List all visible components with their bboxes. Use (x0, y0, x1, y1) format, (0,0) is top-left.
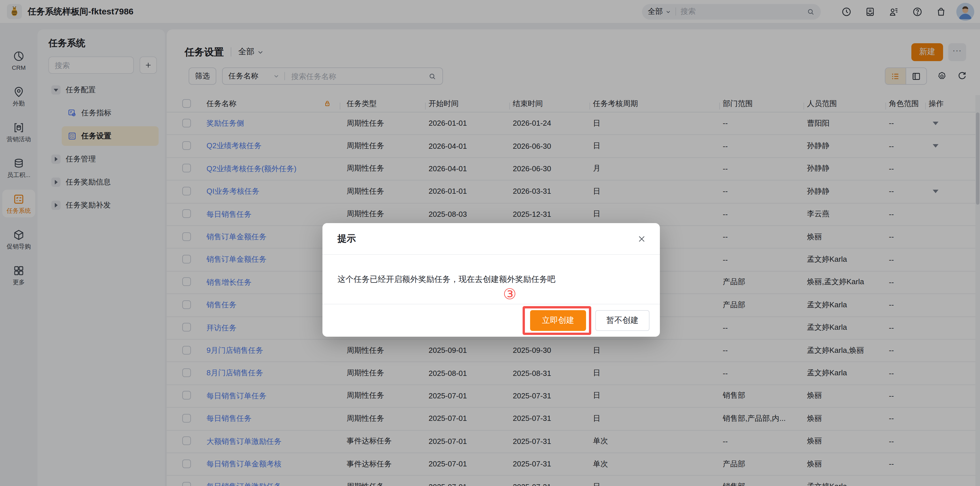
dialog-body-text: 这个任务已经开启额外奖励任务，现在去创建额外奖励任务吧 (323, 255, 660, 304)
dialog-header: 提示 (323, 223, 660, 255)
prompt-dialog: 提示 这个任务已经开启额外奖励任务，现在去创建额外奖励任务吧 立即创建 暂不创建 (323, 223, 660, 337)
dialog-footer: 立即创建 暂不创建 (323, 304, 660, 337)
app-root: 任务系统样板间-fktest7986 全部 搜索 (0, 0, 980, 486)
create-now-button[interactable]: 立即创建 (530, 310, 586, 331)
dialog-title: 提示 (337, 233, 356, 245)
not-now-button[interactable]: 暂不创建 (595, 310, 649, 331)
close-icon[interactable] (637, 234, 646, 243)
